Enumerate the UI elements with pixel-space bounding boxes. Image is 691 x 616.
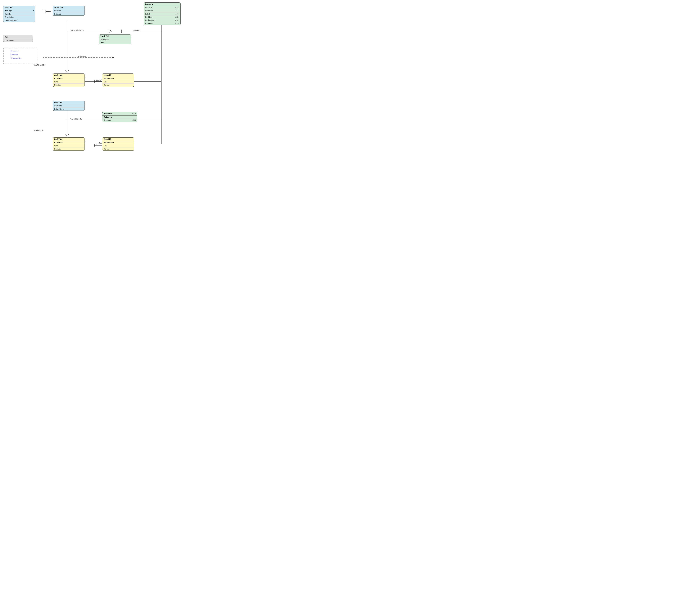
- reader-numstar: NumStar: [53, 148, 85, 151]
- item-row-subtitle: SubTitle: [3, 13, 35, 16]
- svg-line-8: [109, 31, 112, 33]
- moviereviewer-date: Date: [102, 80, 134, 84]
- bookreviewer-review: Review: [102, 148, 134, 151]
- movie-header: MovieTitle: [53, 6, 85, 9]
- role-entity: Role Role Description: [3, 35, 33, 42]
- viewer-booktitle: BookTitle: [53, 74, 85, 77]
- svg-marker-13: [112, 57, 114, 58]
- reader-booktitle: BookTitle: [53, 137, 85, 141]
- production-movietitle: MovieTitle: [99, 35, 131, 38]
- reader-date: Date: [53, 144, 85, 148]
- person-entity: Person PersonNo NameLastAK.1 NameFirstAK…: [144, 2, 180, 25]
- production-personno: PersonNo: [99, 38, 131, 41]
- bookreviewer-entity: BookReviewer BookTitle ReviewerNo Date R…: [102, 137, 134, 151]
- author-booktitle: BookTitleAK.1: [102, 112, 137, 115]
- item-entity: Item ItemTitle ItemType D SubTitle Descr…: [3, 6, 35, 22]
- viewer-numstar: NumStar: [53, 84, 85, 87]
- movie-row-iscolour: IsColour: [53, 13, 85, 16]
- production-role: Role: [99, 41, 131, 44]
- movie-entity: Movie MovieTitle Duration IsColour: [53, 6, 85, 16]
- viewer-date: Date: [53, 80, 85, 84]
- bookreviewer-date: Date: [102, 144, 134, 148]
- person-namefirst: NameFirstAK.2: [144, 9, 180, 13]
- svg-rect-1: [43, 10, 46, 13]
- item-row-pubdate: PublicationDate: [3, 19, 35, 22]
- svg-line-36: [65, 134, 67, 137]
- role-row-description: Description: [3, 39, 33, 42]
- label-was-read-by: Was Read By: [34, 129, 44, 131]
- moviereviewer-review: Review: [102, 84, 134, 87]
- author-entity: Author BookTitleAK.1 AuthorNo SequenceAK…: [102, 112, 137, 122]
- item-header: ItemTitle: [3, 6, 35, 9]
- production-entity: Production MovieTitle PersonNo Role: [99, 34, 131, 44]
- author-authorno: AuthorNo: [102, 115, 137, 119]
- svg-line-37: [67, 134, 69, 137]
- svg-line-15: [65, 70, 67, 73]
- book-booktitle: BookTitle: [53, 101, 85, 104]
- diagram: Item ItemTitle ItemType D SubTitle Descr…: [0, 0, 192, 157]
- viewer-entity: Viewer BookTitle ReaderNo Date NumStar: [53, 73, 85, 87]
- label-is-reader: Is: [96, 144, 97, 146]
- person-birthplace: BirthPlaceAK.6: [144, 22, 180, 25]
- item-row-description: Description: [3, 16, 35, 19]
- bookreviewer-reviewerno: ReviewerNo: [102, 141, 134, 144]
- label-was-written-by: Was Written By: [70, 118, 82, 120]
- moviereviewer-booktitle: BookTitle: [102, 74, 134, 77]
- moviereviewer-reviewerno: ReviewerNo: [102, 77, 134, 80]
- subtype-dashed-box: [3, 48, 38, 64]
- book-numpage: NumPage: [53, 104, 85, 108]
- book-ishardcover: IsHardCover: [53, 108, 85, 111]
- viewer-readerno: ReaderNo: [53, 77, 85, 80]
- svg-line-7: [109, 29, 112, 31]
- person-namelast: NameLastAK.1: [144, 6, 180, 9]
- reader-readerno: ReaderNo: [53, 141, 85, 144]
- role-header: Role: [3, 35, 33, 39]
- bookreviewer-booktitle: BookTitle: [102, 137, 134, 141]
- label-was-viewed-by: Was Viewed By: [34, 64, 45, 66]
- author-sequence: SequenceAK.2: [102, 119, 137, 122]
- person-birthcountry: BirthCountryAK.5: [144, 19, 180, 22]
- person-header: PersonNo: [144, 3, 180, 6]
- label-is-viewer: Is: [96, 80, 97, 82]
- svg-line-16: [67, 70, 69, 73]
- label-was-produced-by: Was Produced By: [70, 29, 84, 31]
- label-classifies: Classifies: [78, 56, 86, 58]
- reader-entity: Reader BookTitle ReaderNo Date NumStar: [53, 137, 85, 151]
- person-initial: InitialAK.3: [144, 13, 180, 16]
- item-row-itemtype: ItemType D: [3, 9, 35, 13]
- book-entity: Book BookTitle NumPage IsHardCover: [53, 101, 85, 111]
- movie-row-duration: Duration: [53, 9, 85, 13]
- person-birthdate: BirthDateAK.4: [144, 16, 180, 19]
- label-produced: Produced: [133, 29, 140, 31]
- moviereviewer-entity: MovieReviewer BookTitle ReviewerNo Date …: [102, 73, 134, 87]
